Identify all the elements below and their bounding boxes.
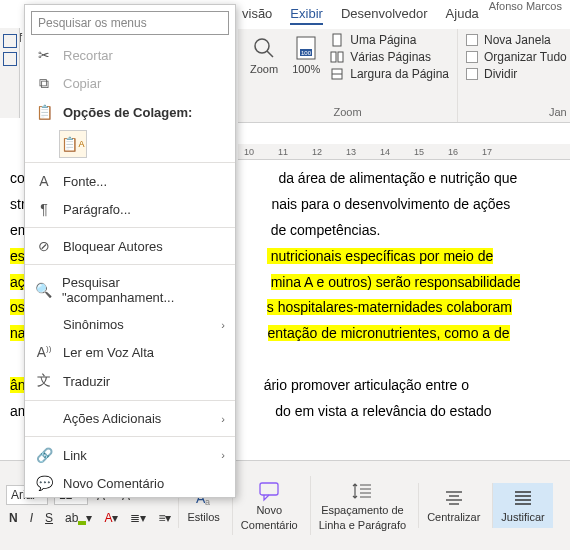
additional-actions-item[interactable]: Ações Adicionais› — [25, 405, 235, 432]
magnifier-icon — [251, 35, 277, 61]
organize-all-button[interactable]: Organizar Tudo — [466, 50, 567, 64]
tab-ajuda[interactable]: Ajuda — [446, 6, 479, 25]
copy-icon: ⧉ — [35, 75, 53, 92]
block-authors-item[interactable]: ⊘Bloquear Autores — [25, 232, 235, 260]
nav-icon[interactable] — [3, 52, 17, 66]
copy-item: ⧉Copiar — [25, 69, 235, 98]
link-icon: 🔗 — [35, 447, 53, 463]
highlight-button[interactable]: ab▾ — [62, 509, 95, 527]
tab-exibir[interactable]: Exibir — [290, 6, 323, 25]
center-button[interactable]: Centralizar — [418, 483, 488, 527]
line-spacing-button[interactable]: Espaçamento de Linha e Parágrafo — [310, 476, 414, 534]
new-comment-button[interactable]: Novo Comentário — [232, 476, 306, 534]
synonyms-item[interactable]: Sinônimos› — [25, 311, 235, 338]
read-aloud-item[interactable]: A))Ler em Voz Alta — [25, 338, 235, 366]
search-icon: 🔍 — [35, 282, 52, 298]
paragraph-icon: ¶ — [35, 201, 53, 217]
svg-line-1 — [267, 51, 273, 57]
paste-keep-text-button[interactable]: 📋A — [59, 130, 87, 158]
smart-lookup-item[interactable]: 🔍Pesquisar "acompanhament... — [25, 269, 235, 311]
translate-item[interactable]: 文Traduzir — [25, 366, 235, 396]
align-justify-icon — [512, 487, 534, 509]
chevron-right-icon: › — [221, 319, 225, 331]
align-center-icon — [443, 487, 465, 509]
svg-rect-7 — [338, 52, 343, 62]
one-page-button[interactable]: Uma Página — [330, 33, 449, 47]
zoom-button[interactable]: Zoom — [246, 33, 282, 81]
zoom-group-label: Zoom — [246, 106, 449, 118]
block-icon: ⊘ — [35, 238, 53, 254]
paragraph-item[interactable]: ¶Parágrafo... — [25, 195, 235, 223]
context-menu: Pesquisar os menus ✂Recortar ⧉Copiar 📋Op… — [24, 4, 236, 498]
svg-text:a: a — [205, 497, 210, 507]
svg-rect-6 — [331, 52, 336, 62]
line-spacing-icon — [351, 480, 373, 502]
page-100-icon: 100 — [293, 35, 319, 61]
new-comment-item[interactable]: 💬Novo Comentário — [25, 469, 235, 497]
comment-icon: 💬 — [35, 475, 53, 491]
checkbox-icon — [466, 68, 478, 80]
ribbon: Zoom 100 100% Uma Página Várias Páginas … — [238, 29, 570, 123]
page-width-button[interactable]: Largura da Página — [330, 67, 449, 81]
font-color-button[interactable]: A▾ — [101, 509, 121, 527]
bullets-button[interactable]: ≣▾ — [127, 509, 149, 527]
clipboard-icon: 📋 — [35, 104, 53, 120]
underline-button[interactable]: S — [42, 509, 56, 527]
user-label: Afonso Marcos — [489, 0, 562, 12]
multi-page-icon — [330, 50, 344, 64]
font-item[interactable]: AFonte... — [25, 167, 235, 195]
speaker-icon: A)) — [35, 344, 53, 360]
window-group-label: Jan — [466, 106, 567, 118]
checkbox-icon — [466, 51, 478, 63]
numbering-button[interactable]: ≡▾ — [155, 509, 174, 527]
window-group: Nova Janela Organizar Tudo Dividir Jan — [458, 29, 570, 122]
font-icon: A — [35, 173, 53, 189]
tab-revisao[interactable]: visão — [242, 6, 272, 25]
tab-desenvolvedor[interactable]: Desenvolvedor — [341, 6, 428, 25]
svg-rect-5 — [333, 34, 341, 46]
svg-point-0 — [255, 39, 269, 53]
bold-button[interactable]: N — [6, 509, 21, 527]
menu-search-input[interactable]: Pesquisar os menus — [31, 11, 229, 35]
checkbox-icon — [466, 34, 478, 46]
horizontal-ruler: 10 11 12 13 14 15 16 17 — [238, 144, 570, 160]
svg-rect-12 — [260, 483, 278, 495]
zoom-100-button[interactable]: 100 100% — [288, 33, 324, 81]
split-button[interactable]: Dividir — [466, 67, 567, 81]
page-width-icon — [330, 67, 344, 81]
chevron-right-icon: › — [221, 449, 225, 461]
link-item[interactable]: 🔗Link› — [25, 441, 235, 469]
paste-options-heading: 📋Opções de Colagem: — [25, 98, 235, 126]
justify-button[interactable]: Justificar — [492, 483, 552, 527]
multi-page-button[interactable]: Várias Páginas — [330, 50, 449, 64]
zoom-100-label: 100% — [292, 63, 320, 75]
cut-item: ✂Recortar — [25, 41, 235, 69]
zoom-group: Zoom 100 100% Uma Página Várias Páginas … — [238, 29, 458, 122]
new-window-button[interactable]: Nova Janela — [466, 33, 567, 47]
zoom-label: Zoom — [250, 63, 278, 75]
svg-text:100: 100 — [301, 50, 312, 56]
nav-icon[interactable] — [3, 34, 17, 48]
chevron-right-icon: › — [221, 413, 225, 425]
left-panel — [0, 28, 20, 118]
one-page-icon — [330, 33, 344, 47]
comment-icon — [258, 480, 280, 502]
scissors-icon: ✂ — [35, 47, 53, 63]
translate-icon: 文 — [35, 372, 53, 390]
italic-button[interactable]: I — [27, 509, 36, 527]
